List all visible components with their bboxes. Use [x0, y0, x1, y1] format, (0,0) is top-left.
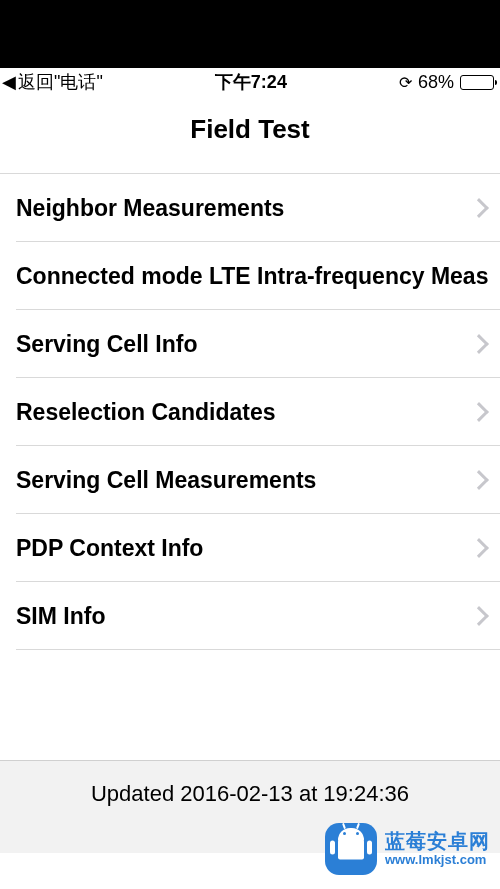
android-icon: [325, 823, 377, 875]
spacer: [0, 650, 500, 760]
page-title: Field Test: [0, 96, 500, 173]
menu-list: Neighbor Measurements Connected mode LTE…: [0, 173, 500, 650]
row-label: Connected mode LTE Intra-frequency Meas: [16, 263, 488, 290]
chevron-right-icon: [469, 198, 489, 218]
row-connected-mode-lte[interactable]: Connected mode LTE Intra-frequency Meas: [0, 242, 500, 310]
row-label: Serving Cell Info: [16, 331, 197, 358]
back-arrow-icon: ◀: [2, 73, 16, 91]
row-label: Reselection Candidates: [16, 399, 275, 426]
chevron-right-icon: [469, 538, 489, 558]
row-serving-cell-info[interactable]: Serving Cell Info: [0, 310, 500, 378]
chevron-right-icon: [469, 606, 489, 626]
row-sim-info[interactable]: SIM Info: [0, 582, 500, 650]
watermark: 蓝莓安卓网 www.lmkjst.com: [325, 823, 490, 875]
row-label: SIM Info: [16, 603, 105, 630]
chevron-right-icon: [469, 334, 489, 354]
row-label: Serving Cell Measurements: [16, 467, 316, 494]
orientation-lock-icon: ⟳: [399, 73, 412, 92]
top-black-bar: [0, 0, 500, 68]
status-back[interactable]: ◀ 返回"电话": [2, 70, 103, 94]
chevron-right-icon: [469, 470, 489, 490]
row-label: PDP Context Info: [16, 535, 203, 562]
battery-percent: 68%: [418, 72, 454, 93]
row-reselection-candidates[interactable]: Reselection Candidates: [0, 378, 500, 446]
row-neighbor-measurements[interactable]: Neighbor Measurements: [0, 174, 500, 242]
watermark-name: 蓝莓安卓网: [385, 830, 490, 853]
status-time: 下午7:24: [215, 70, 287, 94]
row-pdp-context-info[interactable]: PDP Context Info: [0, 514, 500, 582]
status-bar: ◀ 返回"电话" 下午7:24 ⟳ 68%: [0, 68, 500, 96]
back-text: 返回"电话": [18, 70, 103, 94]
battery-icon: [460, 75, 494, 90]
watermark-url: www.lmkjst.com: [385, 853, 490, 868]
chevron-right-icon: [469, 402, 489, 422]
row-label: Neighbor Measurements: [16, 195, 284, 222]
row-serving-cell-measurements[interactable]: Serving Cell Measurements: [0, 446, 500, 514]
